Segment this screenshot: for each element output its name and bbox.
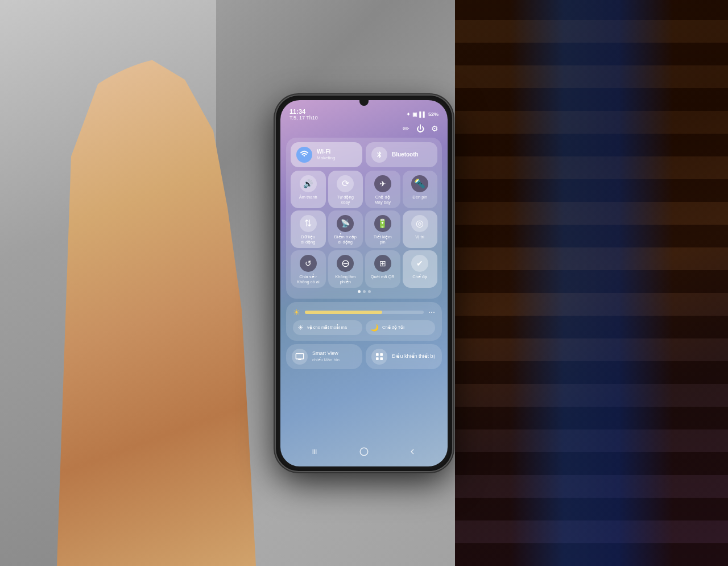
- phone-wrapper: 11:34 T.5, 17 Th10 ✦ ▣ ▌▌ 52% ✏ ⏻: [276, 96, 452, 471]
- dnd-label: Không làmphiền: [335, 274, 355, 284]
- scene: 11:34 T.5, 17 Th10 ✦ ▣ ▌▌ 52% ✏ ⏻: [0, 0, 728, 566]
- share-tile[interactable]: ↺ Chia sẻ rKhông có ai: [291, 250, 326, 288]
- wifi-tile[interactable]: Wi-Fi Maketing: [291, 142, 362, 167]
- svg-rect-3: [380, 357, 383, 360]
- battery-save-label: Tiết kiệmpin: [374, 234, 392, 245]
- settings-icon[interactable]: ⚙: [431, 124, 439, 133]
- dark-mode-icon: 🌙: [370, 324, 379, 332]
- svg-rect-5: [315, 449, 315, 454]
- location-icon: ◎: [411, 215, 428, 232]
- airplane-icon: ✈: [374, 175, 391, 192]
- dark-mode-tile[interactable]: 🌙 Chế độ Tối: [366, 320, 435, 335]
- mobile-data-icon: ⇅: [300, 215, 317, 232]
- sound-label: Âm thanh: [299, 195, 317, 200]
- share-icon: ↺: [300, 255, 317, 272]
- mobile-data-label: Dữ liệudi động: [301, 234, 315, 245]
- nav-bar: [280, 439, 448, 466]
- location-label: Vị trí: [415, 234, 424, 239]
- brightness-icon: ☀: [293, 308, 300, 317]
- svg-rect-6: [316, 449, 316, 454]
- status-date: T.5, 17 Th10: [289, 115, 318, 121]
- sound-icon: 🔊: [300, 175, 317, 192]
- che-do-label: Chế độ: [412, 274, 427, 279]
- bluetooth-tile-icon: [371, 147, 387, 163]
- svg-rect-4: [313, 449, 313, 454]
- flashlight-label: Đèn pin: [412, 195, 427, 200]
- device-control-icon: [371, 349, 387, 365]
- dot-1: [358, 290, 361, 293]
- dot-2: [363, 290, 366, 293]
- sound-tile[interactable]: 🔊 Âm thanh: [291, 171, 326, 208]
- status-time: 11:34: [289, 108, 318, 115]
- device-control-text: Điều khiển thiết bị: [392, 353, 435, 360]
- back-button[interactable]: [406, 445, 419, 458]
- screen-protection-icon: ☀: [297, 324, 304, 332]
- brightness-menu-icon[interactable]: ⋯: [428, 308, 435, 316]
- hotspot-label: Điểm tr.cậpdi động: [334, 234, 357, 245]
- smart-view-sub: chiếu Màn hìn: [312, 357, 340, 362]
- phone: 11:34 T.5, 17 Th10 ✦ ▣ ▌▌ 52% ✏ ⏻: [276, 96, 452, 471]
- recents-button[interactable]: [309, 445, 322, 458]
- dot-3: [368, 290, 371, 293]
- smart-view-tile[interactable]: Smart View chiếu Màn hìn: [286, 344, 362, 369]
- panel-header: ✏ ⏻ ⚙: [280, 123, 448, 138]
- quick-section: Wi-Fi Maketing Bluetooth: [286, 138, 442, 299]
- power-icon[interactable]: ⏻: [416, 124, 424, 133]
- dnd-icon: ⊖: [337, 255, 354, 272]
- bluetooth-status-icon: ✦: [406, 111, 411, 117]
- device-control-label: Điều khiển thiết bị: [392, 353, 435, 360]
- svg-point-7: [360, 448, 368, 456]
- hotspot-tile[interactable]: 📡 Điểm tr.cậpdi động: [328, 210, 363, 248]
- wifi-tile-icon: [296, 147, 312, 163]
- auto-rotate-label: Tự độngxoay: [337, 195, 354, 205]
- smart-view-icon: [292, 349, 308, 365]
- screen-protection-tile[interactable]: ☀ vệ cho mắt thoải má: [293, 320, 362, 335]
- che-do-icon: ✔: [411, 255, 428, 272]
- brightness-fill: [305, 311, 382, 314]
- wifi-tile-text: Wi-Fi Maketing: [317, 148, 335, 161]
- brightness-bar[interactable]: [305, 311, 424, 314]
- airplane-label: Chế độMáy bay: [375, 195, 391, 205]
- che-do-tile[interactable]: ✔ Chế độ: [403, 250, 438, 288]
- background-right: [455, 0, 728, 566]
- brightness-row: ☀ ⋯: [293, 308, 435, 317]
- mobile-data-tile[interactable]: ⇅ Dữ liệudi động: [291, 210, 326, 248]
- bluetooth-tile[interactable]: Bluetooth: [366, 142, 437, 167]
- svg-rect-0: [376, 353, 379, 356]
- bottom-section: Smart View chiếu Màn hìn: [286, 344, 442, 369]
- qr-scan-tile[interactable]: ⊞ Quét mã QR: [365, 250, 400, 288]
- wifi-sublabel: Maketing: [317, 155, 335, 161]
- hotspot-icon: 📡: [337, 215, 354, 232]
- device-control-tile[interactable]: Điều khiển thiết bị: [366, 344, 442, 369]
- phone-screen: 11:34 T.5, 17 Th10 ✦ ▣ ▌▌ 52% ✏ ⏻: [280, 100, 448, 466]
- wifi-label: Wi-Fi: [317, 148, 335, 155]
- status-icons: ✦ ▣ ▌▌ 52%: [406, 111, 439, 117]
- brightness-section: ☀ ⋯ ☀ vệ cho mắt thoải má 🌙: [286, 302, 442, 341]
- svg-rect-1: [380, 353, 383, 356]
- pencil-icon[interactable]: ✏: [403, 124, 410, 133]
- qr-scan-icon: ⊞: [374, 255, 391, 272]
- screen-protection-label: vệ cho mắt thoải má: [307, 325, 347, 330]
- home-button[interactable]: [357, 445, 371, 458]
- flashlight-tile[interactable]: 🔦 Đèn pin: [403, 171, 438, 208]
- battery-icon: 52%: [428, 111, 439, 117]
- airplane-tile[interactable]: ✈ Chế độMáy bay: [365, 171, 400, 208]
- page-dots: [291, 290, 437, 293]
- auto-rotate-tile[interactable]: ⟳ Tự độngxoay: [328, 171, 363, 208]
- smart-view-text: Smart View chiếu Màn hìn: [312, 350, 340, 362]
- tiles-grid: 🔊 Âm thanh ⟳ Tự độngxoay ✈ Chế độMáy bay: [291, 171, 437, 288]
- status-time-date: 11:34 T.5, 17 Th10: [289, 108, 318, 121]
- dark-mode-label: Chế độ Tối: [382, 325, 404, 330]
- location-tile[interactable]: ◎ Vị trí: [403, 210, 438, 248]
- bluetooth-tile-text: Bluetooth: [392, 151, 419, 158]
- smart-view-label: Smart View: [312, 350, 340, 357]
- flashlight-icon: 🔦: [411, 175, 428, 192]
- dnd-tile[interactable]: ⊖ Không làmphiền: [328, 250, 363, 288]
- bluetooth-label: Bluetooth: [392, 151, 419, 158]
- battery-save-icon: 🔋: [374, 215, 391, 232]
- share-label: Chia sẻ rKhông có ai: [297, 274, 320, 284]
- wifi-status-icon: ▣: [412, 111, 417, 117]
- signal-icon: ▌▌: [419, 111, 427, 117]
- battery-save-tile[interactable]: 🔋 Tiết kiệmpin: [365, 210, 400, 248]
- qr-scan-label: Quét mã QR: [371, 274, 395, 279]
